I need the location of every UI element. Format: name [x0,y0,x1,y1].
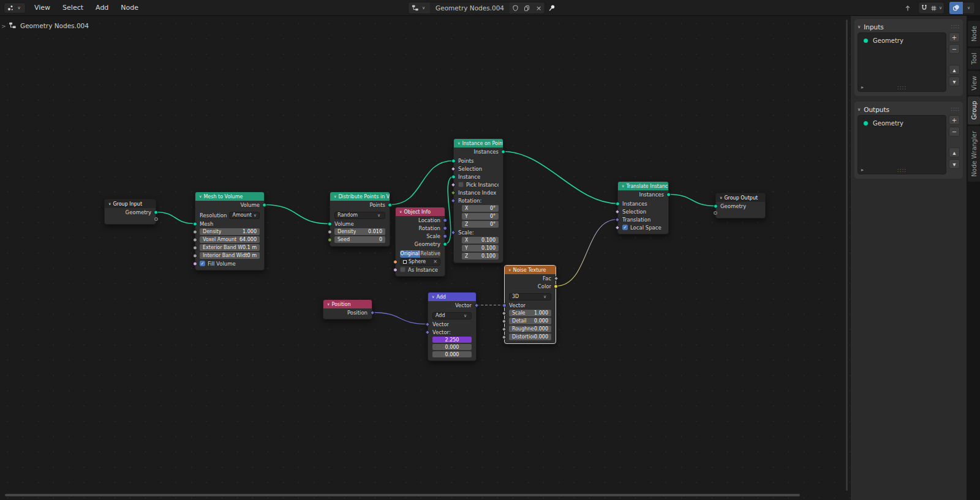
toggle-original[interactable]: Original [400,250,420,258]
list-resize-grip[interactable]: :::: [897,168,907,173]
socket-out-fac[interactable] [554,275,559,280]
node-instance-on-points[interactable]: ∨Instance on PointsInstancesPointsSelect… [453,138,503,263]
socket-in-scale[interactable] [502,310,507,315]
collapse-icon[interactable]: ∨ [622,184,624,188]
socket-in-volume[interactable] [328,222,332,226]
panel-header[interactable]: ∨Inputs:::: [858,21,960,32]
value-slider-z[interactable]: Z0° [462,221,499,228]
snap-toggle-button[interactable] [919,2,930,14]
node-header[interactable]: ∨Distribute Points in Volume [330,192,390,201]
node-position[interactable]: ∨PositionPosition [323,299,372,319]
socket-out-instances[interactable] [501,149,505,154]
socket-in-distortion[interactable] [502,334,507,339]
value-slider-detail[interactable]: Detail0.000 [509,318,551,324]
value-slider-roughnes[interactable]: Roughnes0.000 [509,326,551,332]
region-expand-arrow[interactable]: > [1,23,6,29]
collapse-icon[interactable]: ∨ [399,210,402,214]
browse-tree-button[interactable]: ∨ [409,2,430,13]
socket-in-voxel-amount[interactable] [193,237,197,242]
socket-out-volume[interactable] [262,203,266,207]
add-item-button[interactable]: + [949,115,960,125]
node-header[interactable]: ∨Group Input [105,200,156,208]
checkbox-pick-instance[interactable] [458,182,464,187]
socket-in-local-space[interactable] [615,225,620,229]
socket-out-position[interactable] [370,310,375,315]
collapse-icon[interactable]: ∨ [458,141,460,145]
node-header[interactable]: ∨Mesh to Volume [195,192,264,201]
vector-component-field[interactable]: 2.250 [432,337,472,343]
socket-in-geometry[interactable] [714,204,718,208]
dropdown-random[interactable]: Random∨ [334,212,385,219]
node-header[interactable]: ∨Noise Texture [505,266,556,274]
tree-name-field[interactable]: Geometry Nodes.004 [430,2,510,13]
socket-out-rotation[interactable] [443,226,447,230]
move-up-button[interactable]: ▴ [949,147,960,157]
overlays-dropdown[interactable]: ∨ [963,2,974,14]
node-group-input[interactable]: ∨Group InputGeometry [104,199,156,225]
node-header[interactable]: ∨Add [428,293,476,301]
socket-in-detail[interactable] [502,318,507,323]
socket-in-selection[interactable] [451,166,456,171]
socket[interactable] [154,217,158,221]
value-slider-y[interactable]: Y0.100 [462,245,499,252]
value-slider-seed[interactable]: Seed0 [334,236,385,243]
unlink-tree-button[interactable]: × [533,2,545,13]
node-mesh-to-volume[interactable]: ∨Mesh to VolumeVolumeResolutionAmount∨Me… [195,192,265,271]
editor-type-button[interactable]: ∨ [4,2,26,13]
move-up-button[interactable]: ▴ [949,65,960,75]
add-item-button[interactable]: + [949,32,960,42]
snap-mode-dropdown[interactable]: ∨ [930,2,944,14]
tab-tool[interactable]: Tool [968,48,980,69]
socket-in-density[interactable] [328,229,332,234]
value-slider-z[interactable]: Z0.100 [462,253,499,259]
go-to-parent-button[interactable] [902,2,914,14]
node-editor-canvas[interactable]: > Geometry Nodes.004 ∨Group InputGeometr… [0,16,980,500]
node-header[interactable]: ∨Object Info [396,207,445,216]
socket-in-instances[interactable] [616,201,620,206]
overlays-toggle-button[interactable] [949,2,963,14]
list-item-geometry[interactable]: Geometry [860,35,944,47]
socket-in-fill-volume[interactable] [193,261,197,266]
node-translate-instances[interactable]: ∨Translate InstancesInstancesInstancesSe… [617,181,669,234]
expand-icon[interactable]: ▸ [861,84,864,90]
move-down-button[interactable]: ▾ [949,159,960,169]
collapse-icon[interactable]: ∨ [432,295,434,299]
menu-node[interactable]: Node [116,2,143,13]
tab-node-wrangler[interactable]: Node Wrangler [968,126,980,182]
socket-out-scale[interactable] [443,234,447,238]
dropdown-add[interactable]: Add∨ [432,312,472,319]
move-down-button[interactable]: ▾ [949,76,960,86]
socket-in-mesh[interactable] [193,222,197,226]
socket-out-location[interactable] [443,218,447,222]
socket-in-vector[interactable] [425,321,430,326]
socket-in-instance-index[interactable] [451,190,456,195]
socket-in-rotation[interactable] [451,198,456,203]
node-object-info[interactable]: ∨Object InfoLocationRotationScaleGeometr… [395,207,445,277]
value-slider-density[interactable]: Density1.000 [200,228,260,235]
value-slider-voxel-amount[interactable]: Voxel Amount64.000 [200,236,260,243]
toggle-relative[interactable]: Relative [421,250,441,258]
panel-grip-icon[interactable]: :::: [951,106,960,112]
horizontal-scrollbar[interactable] [5,494,800,496]
panel-header[interactable]: ∨Outputs:::: [858,103,960,115]
tab-group[interactable]: Group [968,96,980,124]
socket-in-interior-band-width[interactable] [193,253,197,258]
node-noise-texture[interactable]: ∨Noise TextureFacColor3D∨VectorScale1.00… [504,265,556,344]
socket-in-pick-instance[interactable] [451,182,456,187]
value-slider-x[interactable]: X0° [462,205,499,212]
socket-in-object[interactable] [393,259,398,264]
new-tree-button[interactable] [521,2,533,13]
value-slider-x[interactable]: X0.100 [462,237,499,244]
value-slider-distortion[interactable]: Distortion0.000 [509,334,551,340]
remove-item-button[interactable]: − [949,127,960,136]
collapse-icon[interactable]: ∨ [334,195,336,198]
checkbox-as-instance[interactable] [400,267,405,272]
node-header[interactable]: ∨Group Output [716,193,765,202]
node-header[interactable]: ∨Position [323,300,372,308]
checkbox-local-space[interactable]: ✓ [622,225,628,230]
node-header[interactable]: ∨Instance on Points [454,139,503,147]
node-add[interactable]: ∨AddVectorAdd∨VectorVector:2.2500.0000.0… [428,292,477,361]
socket-in-points[interactable] [451,159,456,163]
menu-add[interactable]: Add [91,2,113,13]
node-distribute-points-in-volume[interactable]: ∨Distribute Points in VolumePointsRandom… [330,192,390,247]
